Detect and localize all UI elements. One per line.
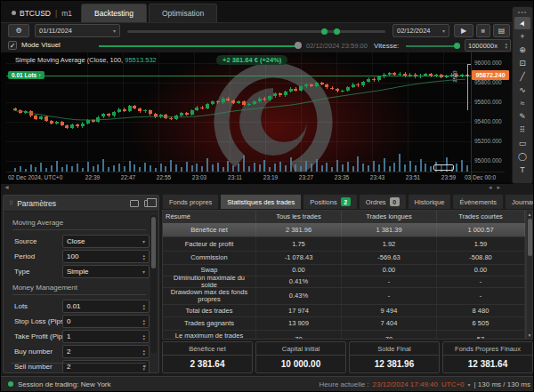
- tab-positions[interactable]: Positions2: [303, 194, 357, 209]
- dock-icon[interactable]: [130, 200, 139, 207]
- table-scrollbar[interactable]: ▲ ▼: [526, 210, 533, 340]
- parameters-scrollbar[interactable]: [150, 215, 157, 353]
- param-stepper[interactable]: 100▴▾: [62, 250, 150, 263]
- indicator-label[interactable]: Simple Moving Average (Close, 100, 95513…: [15, 56, 157, 64]
- speed-handle[interactable]: [454, 43, 460, 49]
- symbol-label: BTCUSD: [20, 9, 51, 18]
- text-tool-icon[interactable]: T: [514, 164, 530, 176]
- time-tick-label: 23:19: [263, 174, 278, 180]
- summary-box: Bénéfice net2 381.64: [162, 341, 253, 373]
- range-handle-start[interactable]: [321, 28, 328, 35]
- price-tick-label: 95200.000: [474, 138, 502, 144]
- time-axis[interactable]: 02 Dec 2024, UTC+0 22:3922:4722:5523:032…: [6, 172, 505, 183]
- ellipse-icon[interactable]: ◯: [514, 150, 530, 163]
- range-handle-end[interactable]: [334, 28, 340, 35]
- polyline-icon[interactable]: ∿: [514, 84, 530, 96]
- timezone-value[interactable]: UTC+0: [441, 380, 465, 388]
- axis-date-end-label: 03 Dec 00:0: [465, 174, 496, 180]
- scroll-right-icon[interactable]: ◂ ▸: [489, 184, 502, 191]
- expand-more-icon[interactable]: ▾: [143, 363, 146, 369]
- parameters-header[interactable]: ⠿ Paramètres: [4, 196, 158, 212]
- stat-label: Total des trades: [163, 305, 256, 316]
- stepper-arrows-icon: ▴▾: [142, 348, 145, 356]
- param-label: Type: [14, 268, 29, 276]
- speed-value-spinner[interactable]: 1000000x ▴▾: [465, 39, 511, 52]
- scrollbar-down-icon[interactable]: ▼: [527, 332, 532, 338]
- visual-mode-label: Mode Visuel: [21, 41, 61, 49]
- pointer-icon[interactable]: ➤: [514, 17, 530, 29]
- section-title: Money Management: [12, 284, 146, 295]
- playback-handle[interactable]: [295, 42, 302, 49]
- summary-value: 12 381.64: [443, 356, 532, 372]
- param-value: 100: [67, 252, 78, 260]
- chart-plot[interactable]: Simple Moving Average (Close, 100, 95513…: [6, 52, 471, 172]
- param-stepper[interactable]: 2▴▾: [62, 345, 150, 358]
- param-value: Simple: [67, 268, 88, 276]
- period-range-slider[interactable]: [127, 30, 385, 33]
- scroll-left-icon[interactable]: ◄: [4, 184, 10, 190]
- start-date-select[interactable]: 01/11/2024 ▾: [35, 24, 120, 37]
- stat-value: 17 974: [256, 305, 342, 316]
- symbol-tab[interactable]: BTCUSD | m1: [1, 4, 81, 22]
- tab-statistiques-des-trades[interactable]: Statistiques des trades: [220, 194, 302, 209]
- settings-button[interactable]: ⚙: [8, 24, 29, 37]
- param-value: 1: [67, 332, 70, 340]
- tab-backtesting[interactable]: Backtesting: [81, 4, 147, 22]
- table-row[interactable]: Total des trades17 9749 4948 480: [163, 305, 525, 317]
- target-icon[interactable]: ⊡: [514, 57, 530, 69]
- param-label: Source: [14, 237, 36, 245]
- popout-icon[interactable]: [144, 200, 153, 207]
- timezone-caret-icon[interactable]: ▾: [468, 381, 471, 388]
- tab--v-nements[interactable]: Évènements: [452, 194, 504, 209]
- position-entry-line[interactable]: [6, 76, 471, 76]
- visual-mode-checkbox[interactable]: ✓: [8, 41, 17, 50]
- log-view-button[interactable]: ▤: [493, 24, 510, 37]
- table-row[interactable]: Le maximum de trades gagnants consécutif…: [163, 331, 525, 340]
- tab-ordres[interactable]: Ordres0: [359, 194, 407, 209]
- position-lots-badge[interactable]: 0.01 Lots ↑: [8, 71, 44, 79]
- chart-nav-handle[interactable]: [433, 164, 454, 171]
- table-row[interactable]: Bénéfice net2 381.961 381.391 000.57: [163, 223, 525, 237]
- param-stepper[interactable]: 0.01▴▾: [62, 300, 150, 313]
- scrollbar-thumb[interactable]: [528, 219, 532, 256]
- gear-icon: ⚙: [15, 27, 21, 35]
- session-status-dot: [8, 381, 13, 387]
- end-date-value: 02/12/2024: [397, 27, 431, 35]
- stepper-arrows-icon: ▴▾: [142, 303, 145, 310]
- price-tick-label: 95400.000: [474, 118, 502, 124]
- crosshair-dot-icon[interactable]: ⊕: [514, 44, 530, 56]
- table-row[interactable]: Diminution maximale du solde0.41%--: [163, 276, 525, 288]
- table-row[interactable]: Facteur de profit1.751.921.59: [163, 237, 525, 252]
- stat-value: 6 505: [437, 317, 525, 330]
- tab-historique[interactable]: Historique: [408, 194, 452, 209]
- stop-button[interactable]: ■: [476, 24, 490, 37]
- tab-optimisation[interactable]: Optimisation: [149, 4, 217, 22]
- speed-slider[interactable]: [406, 45, 457, 47]
- price-axis[interactable]: 96000.00095800.00095600.00095400.0009520…: [471, 52, 512, 182]
- speed-label: Vitesse:: [374, 42, 399, 50]
- rectangle-icon[interactable]: ▭: [514, 137, 530, 149]
- param-select[interactable]: Close▾: [62, 235, 150, 248]
- scrollbar-thumb[interactable]: [151, 217, 156, 268]
- scrollbar-up-icon[interactable]: ▲: [527, 212, 532, 217]
- tab-journaux-d-v-nements[interactable]: Journaux d'évènements: [505, 194, 534, 209]
- column-header: Trades courtes: [437, 211, 525, 222]
- pen-icon[interactable]: ✎: [514, 110, 530, 123]
- table-row[interactable]: Commission-1 078.43-569.63-508.80: [163, 252, 525, 265]
- table-row[interactable]: Trades gagnants13 9097 4046 505: [163, 317, 525, 331]
- tab-fonds-propres[interactable]: Fonds propres: [162, 194, 219, 209]
- play-button[interactable]: ▶: [454, 24, 473, 37]
- spinner-down-icon: ▾: [505, 45, 507, 49]
- playback-progress[interactable]: [99, 45, 297, 47]
- trend-line-icon[interactable]: ╱: [514, 70, 530, 83]
- param-stepper[interactable]: 1▴▾: [62, 330, 150, 343]
- table-row[interactable]: Drawdown max des fonds propres0.43%--: [163, 288, 525, 305]
- param-select[interactable]: Simple▾: [62, 265, 150, 278]
- param-stepper[interactable]: 0▴▾: [62, 315, 150, 328]
- crosshair-icon[interactable]: +: [514, 30, 530, 43]
- price-chart[interactable]: Simple Moving Average (Close, 100, 95513…: [1, 52, 534, 184]
- multi-line-icon[interactable]: ≈: [514, 97, 530, 109]
- chart-scrollbar[interactable]: ◄ ◂ ▸: [1, 184, 534, 192]
- end-date-select[interactable]: 02/12/2024 ▾: [392, 24, 449, 37]
- pattern-icon[interactable]: ⠿: [514, 124, 530, 136]
